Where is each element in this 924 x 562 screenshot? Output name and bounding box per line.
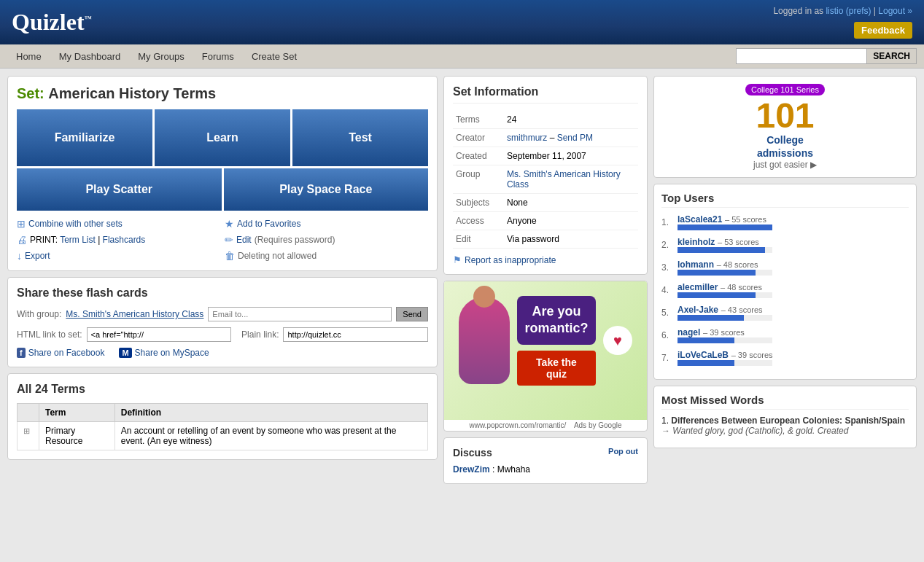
college-number: 101 xyxy=(661,98,909,133)
play-space-race-button[interactable]: Play Space Race xyxy=(224,168,429,211)
prefs-link[interactable]: (prefs) xyxy=(846,6,871,16)
info-label-creator: Creator xyxy=(453,129,504,147)
user-bar-3 xyxy=(678,270,756,276)
nav-forums[interactable]: Forums xyxy=(193,45,243,68)
info-row-created: Created September 11, 2007 xyxy=(453,147,638,165)
user-bar-bg-5 xyxy=(678,315,772,321)
user-link-4[interactable]: alecmiller xyxy=(678,282,718,292)
user-bar-4 xyxy=(678,292,756,298)
info-label-edit: Edit xyxy=(453,230,504,249)
delete-icon: 🗑 xyxy=(225,250,235,262)
user-item-3: 3. lohmann – 48 scores xyxy=(661,259,909,276)
user-bar-7 xyxy=(678,360,734,366)
user-bar-bg-6 xyxy=(678,337,772,343)
group-info-link[interactable]: Ms. Smith's American History Class xyxy=(507,169,621,190)
user-link-1[interactable]: laScalea21 xyxy=(678,214,722,225)
nav-create-set[interactable]: Create Set xyxy=(243,45,306,68)
flashcards-link[interactable]: Flashcards xyxy=(103,235,146,245)
print-icon: 🖨 xyxy=(17,234,27,246)
right-column: College 101 Series 101 College admission… xyxy=(653,76,917,484)
user-item-1: 1. laScalea21 – 55 scores xyxy=(661,214,909,230)
set-info-table: Terms 24 Creator smithmurz – Send PM Cre… xyxy=(453,111,638,249)
definition-cell: An account or retelling of an event by s… xyxy=(114,422,427,450)
user-link-5[interactable]: Axel-Jake xyxy=(678,305,718,315)
facebook-share-link[interactable]: f Share on Facebook xyxy=(17,348,104,358)
col-definition-header: Definition xyxy=(114,404,427,422)
search-button[interactable]: SEARCH xyxy=(867,48,917,64)
print-action: 🖨 PRINT: Term List | Flashcards xyxy=(17,234,220,246)
share-title: Share these flash cards xyxy=(17,286,428,300)
test-button[interactable]: Test xyxy=(292,109,428,166)
play-scatter-button[interactable]: Play Scatter xyxy=(17,168,222,211)
creator-link[interactable]: smithmurz xyxy=(507,133,547,143)
nav-dashboard[interactable]: My Dashboard xyxy=(50,45,130,68)
info-row-access: Access Anyone xyxy=(453,212,638,230)
plain-link-input[interactable] xyxy=(283,327,428,342)
left-column: Set: American History Terms Familiarize … xyxy=(7,76,438,484)
terms-panel: All 24 Terms Term Definition ⊞ Primary R… xyxy=(7,373,438,460)
user-link-3[interactable]: lohmann xyxy=(678,259,714,270)
export-action: ↓ Export xyxy=(17,250,220,262)
term-list-link[interactable]: Term List xyxy=(60,235,96,245)
username-link[interactable]: listio xyxy=(826,6,843,16)
discuss-header: Discuss Pop out xyxy=(453,447,638,458)
ad-question: Are you romantic? xyxy=(517,296,596,345)
nav-links: Home My Dashboard My Groups Forums Creat… xyxy=(7,45,306,68)
missed-def-1: Wanted glory, god (Catholic), & gold. Cr… xyxy=(672,426,848,436)
export-link[interactable]: Export xyxy=(25,251,50,261)
info-value-created: September 11, 2007 xyxy=(504,147,638,165)
missed-rank-1: 1. xyxy=(661,415,669,426)
logo-tm: ™ xyxy=(85,15,92,23)
email-input[interactable] xyxy=(208,307,392,321)
nav-home[interactable]: Home xyxy=(7,45,50,68)
combine-link[interactable]: Combine with other sets xyxy=(28,219,123,229)
col-icon-header xyxy=(18,404,39,422)
html-link-input[interactable] xyxy=(87,327,232,342)
group-link[interactable]: Ms. Smith's American History Class xyxy=(66,309,203,319)
feedback-button[interactable]: Feedback xyxy=(854,22,912,39)
search-input[interactable] xyxy=(736,48,867,64)
info-label-subjects: Subjects xyxy=(453,194,504,212)
table-row: ⊞ Primary Resource An account or retelli… xyxy=(18,422,428,450)
user-link-6[interactable]: nagel xyxy=(678,327,700,337)
send-button[interactable]: Send xyxy=(396,307,428,321)
user-score-2: – 53 scores xyxy=(718,238,759,246)
nav-groups[interactable]: My Groups xyxy=(129,45,193,68)
user-bar-bg-3 xyxy=(678,270,772,276)
info-value-creator: smithmurz – Send PM xyxy=(504,129,638,147)
learn-button[interactable]: Learn xyxy=(155,109,290,166)
user-bar-bg-4 xyxy=(678,292,772,298)
top-users-title: Top Users xyxy=(661,192,909,208)
take-quiz-button[interactable]: Take the quiz xyxy=(517,351,596,386)
report-link[interactable]: Report as inappropriate xyxy=(465,255,556,265)
logo-text: Quizlet xyxy=(12,9,85,35)
send-pm-link[interactable]: Send PM xyxy=(557,133,593,143)
user-item-4: 4. alecmiller – 48 scores xyxy=(661,281,909,298)
info-row-subjects: Subjects None xyxy=(453,194,638,212)
info-row-creator: Creator smithmurz – Send PM xyxy=(453,129,638,147)
user-bar-bg-2 xyxy=(678,247,772,253)
user-link-7[interactable]: iLoVeCaLeB xyxy=(678,350,729,360)
user-bar-bg-1 xyxy=(678,225,772,230)
user-score-5: – 43 scores xyxy=(721,305,763,314)
discuss-user-link[interactable]: DrewZim xyxy=(453,464,490,475)
info-label-terms: Terms xyxy=(453,111,504,129)
favorites-link[interactable]: Add to Favorites xyxy=(237,219,300,229)
user-link-2[interactable]: kleinholz xyxy=(678,237,715,247)
row-icon: ⊞ xyxy=(23,426,30,435)
missed-item-1: 1. Differences Between European Colonies… xyxy=(661,415,909,436)
center-column: Set Information Terms 24 Creator smithmu… xyxy=(443,76,648,484)
set-info-panel: Set Information Terms 24 Creator smithmu… xyxy=(443,76,648,275)
familiarize-button[interactable]: Familiarize xyxy=(17,109,152,166)
logout-link[interactable]: Logout » xyxy=(878,6,912,16)
user-score-1: – 55 scores xyxy=(725,215,766,224)
edit-link[interactable]: Edit xyxy=(236,235,252,245)
favorites-action: ★ Add to Favorites xyxy=(225,218,428,230)
college-ad-panel: College 101 Series 101 College admission… xyxy=(653,76,917,178)
share-panel: Share these flash cards With group: Ms. … xyxy=(7,277,438,367)
info-row-edit: Edit Via password xyxy=(453,230,638,249)
export-icon: ↓ xyxy=(17,250,22,262)
facebook-icon: f xyxy=(17,348,26,358)
myspace-share-link[interactable]: M Share on MySpace xyxy=(119,348,209,358)
pop-out-link[interactable]: Pop out xyxy=(608,447,638,458)
